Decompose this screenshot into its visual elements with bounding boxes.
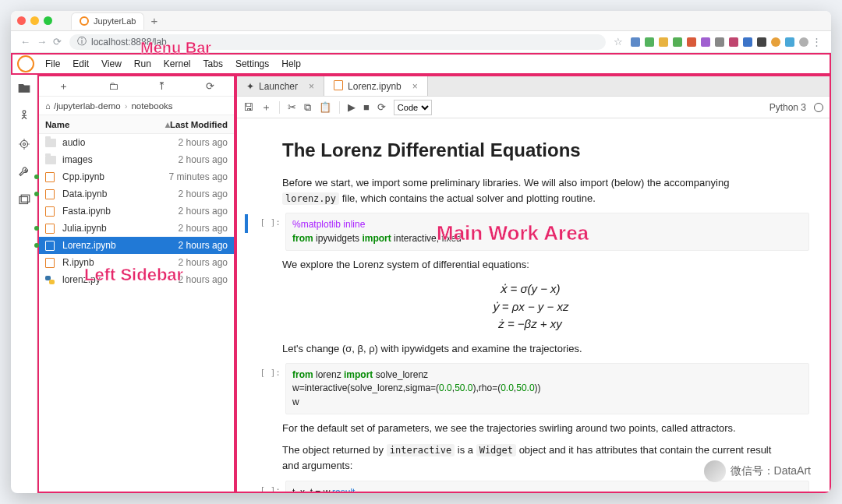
extension-icon[interactable]	[631, 37, 640, 47]
file-name: audio	[62, 137, 179, 148]
extension-icon[interactable]	[687, 37, 696, 47]
minimize-window-icon[interactable]	[30, 16, 39, 25]
extension-icon[interactable]	[701, 37, 710, 47]
file-row[interactable]: Cpp.ipynb7 minutes ago	[39, 168, 234, 185]
file-browser-icon[interactable]	[17, 81, 31, 95]
tab-label: Lorenz.ipynb	[348, 81, 402, 92]
menu-run[interactable]: Run	[128, 58, 157, 69]
svg-rect-4	[21, 195, 30, 202]
column-modified[interactable]: Last Modified	[170, 120, 234, 129]
file-row[interactable]: Fasta.ipynb2 hours ago	[39, 203, 234, 220]
file-modified: 2 hours ago	[179, 274, 228, 285]
extension-icon[interactable]	[715, 37, 724, 47]
extension-icon[interactable]	[673, 37, 682, 47]
python-icon	[45, 274, 58, 285]
extension-icon[interactable]	[729, 37, 738, 47]
menu-kernel[interactable]: Kernel	[157, 58, 197, 69]
upload-icon[interactable]: ⤒	[157, 80, 166, 92]
markdown-text: We explore the Lorenz system of differen…	[282, 257, 778, 273]
tab-label: Launcher	[259, 81, 298, 92]
commands-icon[interactable]	[17, 137, 31, 151]
notebook-icon	[45, 206, 58, 217]
file-modified: 2 hours ago	[179, 223, 228, 234]
notebook-body[interactable]: The Lorenz Differential Equations Before…	[237, 118, 830, 492]
notebook-icon	[45, 240, 58, 251]
back-icon[interactable]: ←	[20, 36, 30, 48]
avatar-icon[interactable]	[799, 37, 808, 47]
reload-icon[interactable]: ⟳	[53, 36, 62, 48]
tab-launcher[interactable]: ✦Launcher×	[237, 76, 324, 96]
cut-icon[interactable]: ✂	[288, 101, 296, 113]
save-icon[interactable]: 🖫	[243, 101, 253, 113]
restart-icon[interactable]: ⟳	[377, 101, 386, 113]
run-icon[interactable]: ▶	[348, 101, 356, 113]
cell-type-select[interactable]: Code	[394, 100, 432, 115]
tab-lorenz-ipynb[interactable]: Lorenz.ipynb×	[324, 76, 428, 96]
jupyter-logo-icon[interactable]	[17, 55, 34, 72]
notebook-icon	[334, 80, 343, 93]
extension-icon[interactable]	[645, 37, 654, 47]
tabs-icon[interactable]	[17, 193, 31, 207]
file-row[interactable]: Julia.ipynb2 hours ago	[39, 220, 234, 237]
breadcrumb-item[interactable]: jupyterlab-demo	[56, 101, 120, 111]
file-name: images	[62, 154, 179, 165]
file-row[interactable]: audio2 hours ago	[39, 134, 234, 151]
refresh-icon[interactable]: ⟳	[206, 80, 214, 92]
new-launcher-icon[interactable]: ＋	[58, 79, 69, 93]
menu-settings[interactable]: Settings	[229, 58, 275, 69]
address-bar[interactable]: ⓘ localhost:8888/lab	[69, 34, 606, 50]
file-row[interactable]: images2 hours ago	[39, 151, 234, 168]
jupyter-favicon	[80, 16, 89, 26]
code-cell[interactable]: [ ]: %matplotlib inline from ipywidgets …	[251, 213, 809, 251]
menu-icon[interactable]: ⋮	[812, 36, 822, 48]
file-modified: 7 minutes ago	[169, 171, 228, 182]
extension-icon[interactable]	[785, 37, 794, 47]
extension-icon[interactable]	[757, 37, 766, 47]
forward-icon[interactable]: →	[37, 36, 47, 48]
add-cell-icon[interactable]: ＋	[261, 100, 271, 115]
copy-icon[interactable]: ⧉	[304, 101, 311, 114]
close-tab-icon[interactable]: ×	[309, 81, 314, 92]
stop-icon[interactable]: ■	[363, 101, 370, 113]
file-row[interactable]: R.ipynb2 hours ago	[39, 254, 234, 271]
new-tab-button[interactable]: +	[150, 14, 157, 27]
menu-help[interactable]: Help	[275, 58, 307, 69]
file-row[interactable]: Data.ipynb2 hours ago	[39, 185, 234, 203]
home-icon[interactable]: ⌂	[45, 101, 51, 111]
file-modified: 2 hours ago	[179, 137, 228, 148]
extension-icon[interactable]	[743, 37, 752, 47]
file-list-header[interactable]: Name ▴ Last Modified	[39, 115, 234, 134]
browser-tab[interactable]: JupyterLab	[71, 12, 144, 30]
file-row[interactable]: Lorenz.ipynb2 hours ago	[39, 237, 234, 254]
launcher-icon: ✦	[246, 81, 254, 92]
kernel-name[interactable]: Python 3	[769, 102, 806, 113]
new-folder-icon[interactable]: 🗀	[108, 80, 119, 92]
close-tab-icon[interactable]: ×	[412, 81, 418, 92]
file-browser-toolbar: ＋ 🗀 ⤒ ⟳	[39, 76, 234, 97]
paste-icon[interactable]: 📋	[319, 101, 331, 113]
menu-edit[interactable]: Edit	[66, 58, 95, 69]
running-icon[interactable]	[17, 109, 31, 123]
file-modified: 2 hours ago	[179, 240, 228, 251]
menu-tabs[interactable]: Tabs	[197, 58, 229, 69]
notebook-icon	[45, 171, 58, 182]
tools-icon[interactable]	[17, 165, 31, 179]
file-row[interactable]: lorenz.py2 hours ago	[39, 271, 234, 288]
column-name[interactable]: Name	[39, 120, 165, 129]
extension-icon[interactable]	[771, 37, 780, 47]
menu-file[interactable]: File	[39, 58, 66, 69]
breadcrumb-item[interactable]: notebooks	[131, 101, 172, 111]
kernel-status-icon[interactable]	[814, 103, 823, 112]
svg-rect-3	[19, 197, 28, 204]
close-window-icon[interactable]	[17, 16, 26, 25]
extension-icon[interactable]	[659, 37, 668, 47]
equations: ẋ = σ(y − x) ẏ = ρx − y − xz ż = −βz + x…	[251, 280, 809, 333]
document-tabs: ✦Launcher×Lorenz.ipynb×	[237, 76, 830, 97]
svg-point-2	[23, 143, 25, 146]
breadcrumb[interactable]: ⌂ / jupyterlab-demo › notebooks	[39, 97, 234, 115]
file-name: Julia.ipynb	[62, 223, 179, 234]
menu-view[interactable]: View	[95, 58, 128, 69]
code-cell[interactable]: [ ]: from lorenz import solve_lorenz w=i…	[251, 363, 809, 414]
maximize-window-icon[interactable]	[44, 16, 52, 25]
star-icon[interactable]: ☆	[614, 36, 623, 48]
